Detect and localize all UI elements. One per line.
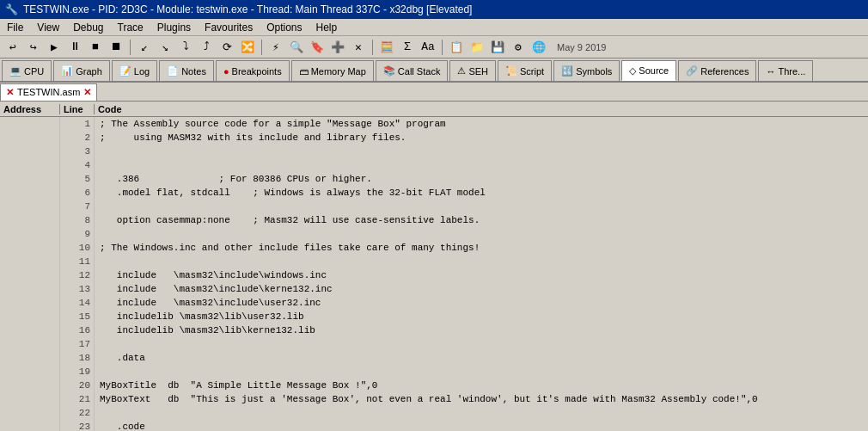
menu-item-help[interactable]: Help	[309, 19, 345, 35]
address-cell	[0, 213, 60, 227]
line-number-cell: 17	[60, 337, 95, 351]
code-cell: ; The Assembly source code for a simple …	[95, 117, 868, 131]
menu-item-options[interactable]: Options	[260, 19, 309, 35]
tab-icon: 📄	[167, 65, 179, 77]
table-row[interactable]: 11	[0, 255, 868, 268]
menu-item-trace[interactable]: Trace	[111, 19, 150, 35]
table-row[interactable]: 20MyBoxTitle db "A Simple Little Message…	[0, 379, 868, 392]
table-row[interactable]: 3	[0, 145, 868, 158]
table-row[interactable]: 21MyBoxText db "This is just a 'Message …	[0, 392, 868, 406]
col-headers: Address Line Code	[0, 102, 868, 117]
table-row[interactable]: 15 includelib \masm32\lib\user32.lib	[0, 310, 868, 323]
title-bar: 🔧 TESTWIN.exe - PID: 2D3C - Module: test…	[0, 0, 868, 19]
code-cell	[95, 145, 868, 158]
table-row[interactable]: 5 .386 ; For 80386 CPUs or higher.	[0, 172, 868, 186]
table-row[interactable]: 4	[0, 158, 868, 172]
close-icon[interactable]: ✕	[6, 87, 14, 98]
toolbar-button[interactable]: ▶	[45, 38, 64, 57]
code-cell: .data	[95, 351, 868, 365]
menu-item-file[interactable]: File	[0, 19, 30, 35]
code-cell: includelib \masm32\lib\kerne132.lib	[95, 323, 868, 337]
tab-notes[interactable]: 📄Notes	[159, 60, 214, 81]
toolbar-button[interactable]: ↪	[24, 38, 43, 57]
toolbar-button[interactable]: 🔖	[308, 38, 327, 57]
tab-symbols[interactable]: 🔣Symbols	[553, 60, 620, 81]
tab-references[interactable]: 🔗References	[678, 60, 756, 81]
table-row[interactable]: 13 include \masm32\include\kerne132.inc	[0, 282, 868, 296]
toolbar-button[interactable]: ⚙	[509, 38, 528, 57]
tab-label: Memory Map	[311, 66, 366, 77]
toolbar-button[interactable]: ■	[86, 38, 105, 57]
toolbar-button[interactable]: 🧮	[377, 38, 396, 57]
tab-call-stack[interactable]: 📚Call Stack	[376, 60, 449, 81]
table-row[interactable]: 2; using MASM32 with its include and lib…	[0, 131, 868, 145]
toolbar-button[interactable]: ⚡	[266, 38, 285, 57]
title-text: TESTWIN.exe - PID: 2D3C - Module: testwi…	[23, 3, 472, 15]
tab-icon: 🗃	[299, 66, 309, 77]
menu-bar: FileViewDebugTracePluginsFavouritesOptio…	[0, 19, 868, 36]
address-cell	[0, 241, 60, 255]
table-row[interactable]: 16 includelib \masm32\lib\kerne132.lib	[0, 323, 868, 337]
toolbar-button[interactable]: 🌐	[529, 38, 548, 57]
table-row[interactable]: 9	[0, 227, 868, 241]
tab-thre---[interactable]: ↔Thre...	[758, 60, 813, 81]
toolbar-button[interactable]: Σ	[398, 38, 417, 57]
table-row[interactable]: 19	[0, 365, 868, 379]
toolbar-button[interactable]: 🔀	[238, 38, 257, 57]
line-number-cell: 19	[60, 365, 95, 379]
table-row[interactable]: 1; The Assembly source code for a simple…	[0, 117, 868, 131]
toolbar-button[interactable]: 💾	[488, 38, 507, 57]
tab-source[interactable]: ◇Source	[621, 60, 676, 81]
toolbar-button[interactable]: ⤴	[197, 38, 216, 57]
table-row[interactable]: 8 option casemmap:none ; Masm32 will use…	[0, 213, 868, 227]
toolbar-button[interactable]: 🔍	[287, 38, 306, 57]
toolbar-button[interactable]: ⏹	[107, 38, 125, 57]
code-cell	[95, 200, 868, 213]
menu-item-view[interactable]: View	[30, 19, 66, 35]
file-tab[interactable]: ✕ TESTWIN.asm ✕	[0, 83, 97, 101]
tab-script[interactable]: 📜Script	[498, 60, 552, 81]
toolbar-button[interactable]: ↘	[156, 38, 174, 57]
toolbar-separator	[442, 40, 443, 55]
table-row[interactable]: 6 .model flat, stdcall ; Windows is alwa…	[0, 186, 868, 200]
toolbar-button[interactable]: 📁	[468, 38, 486, 57]
tab-label: Graph	[76, 66, 102, 77]
table-row[interactable]: 17	[0, 337, 868, 351]
line-number-cell: 9	[60, 227, 95, 241]
toolbar-button[interactable]: ⤵	[176, 38, 195, 57]
toolbar-button[interactable]: Aa	[419, 38, 437, 57]
menu-item-plugins[interactable]: Plugins	[150, 19, 198, 35]
code-cell	[95, 227, 868, 241]
toolbar-button[interactable]: ↩	[3, 38, 22, 57]
col-header-address: Address	[0, 104, 60, 114]
table-row[interactable]: 22	[0, 406, 868, 420]
toolbar-button[interactable]: ➕	[328, 38, 347, 57]
tab-memory-map[interactable]: 🗃Memory Map	[291, 60, 374, 81]
table-row[interactable]: 7	[0, 200, 868, 213]
table-row[interactable]: 10; The Windows.inc and other include fi…	[0, 241, 868, 255]
toolbar-button[interactable]: ⏸	[65, 38, 84, 57]
toolbar-separator	[261, 40, 262, 55]
toolbar-separator	[372, 40, 373, 55]
table-row[interactable]: 23 .code	[0, 420, 868, 431]
tab-breakpoints[interactable]: ●Breakpoints	[216, 60, 290, 81]
table-row[interactable]: 14 include \masm32\include\user32.inc	[0, 296, 868, 310]
tab-icon: ●	[223, 66, 229, 77]
tab-graph[interactable]: 📊Graph	[53, 60, 110, 81]
table-row[interactable]: 18 .data	[0, 351, 868, 365]
toolbar-button[interactable]: 📋	[447, 38, 466, 57]
toolbar-button[interactable]: ✕	[349, 38, 368, 57]
toolbar-button[interactable]: ↙	[135, 38, 154, 57]
tab-log[interactable]: 📝Log	[112, 60, 157, 81]
line-number-cell: 13	[60, 282, 95, 296]
code-cell: ; using MASM32 with its include and libr…	[95, 131, 868, 145]
close-file-icon[interactable]: ✕	[83, 87, 91, 98]
toolbar-button[interactable]: ⟳	[217, 38, 236, 57]
code-cell: include \masm32\include\kerne132.inc	[95, 282, 868, 296]
table-row[interactable]: 12 include \masm32\include\windows.inc	[0, 268, 868, 282]
tab-seh[interactable]: ⚠SEH	[449, 60, 496, 81]
menu-item-debug[interactable]: Debug	[66, 19, 110, 35]
tab-cpu[interactable]: 💻CPU	[2, 60, 52, 81]
address-cell	[0, 255, 60, 268]
menu-item-favourites[interactable]: Favourites	[198, 19, 260, 35]
